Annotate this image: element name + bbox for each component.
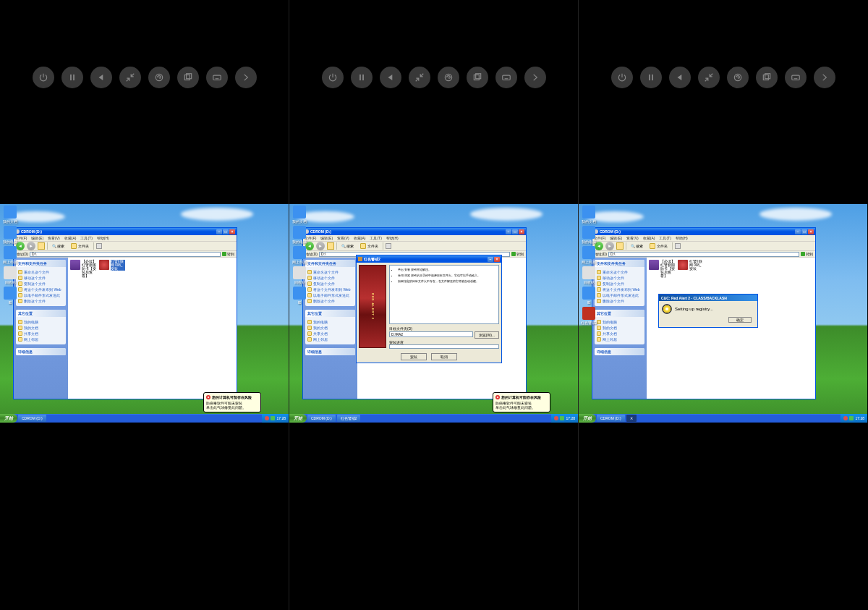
desktop-icon[interactable]: IE — [580, 287, 597, 305]
sidebar-task[interactable]: 复制这个文件 — [18, 281, 64, 287]
sidebar-task[interactable]: 以电子邮件形式发送此 — [18, 292, 64, 298]
menu-item[interactable]: 收藏(A) — [643, 236, 655, 240]
security-balloon[interactable]: 您的计算机可能存在风险 防病毒软件可能未安装 单击此气球修复此问题。 — [493, 392, 550, 412]
titlebar[interactable]: CDROM (D:) – □ × — [303, 228, 526, 235]
tray-icon[interactable] — [554, 416, 558, 420]
views-button[interactable] — [96, 243, 102, 249]
maximize-button[interactable]: □ — [512, 229, 518, 234]
search-button[interactable]: 🔍 搜索 — [629, 243, 645, 249]
desktop-icon[interactable]: 网上邻居 — [291, 246, 308, 264]
sidebar-place[interactable]: 网上邻居 — [307, 336, 353, 342]
sidebar-task[interactable]: 重命名这个文件 — [307, 269, 353, 275]
sidebar-task[interactable]: 复制这个文件 — [597, 281, 642, 287]
sidebar-task[interactable]: 移动这个文件 — [597, 275, 642, 281]
sidebar-task[interactable]: 重命名这个文件 — [18, 269, 64, 275]
titlebar[interactable]: CDROM (D:) – □ × — [592, 228, 815, 235]
sidebar-task[interactable]: 删除这个文件 — [18, 298, 64, 304]
taskbar-item[interactable]: CDROM (D:) — [18, 415, 46, 422]
minimize-button[interactable]: – — [506, 229, 511, 234]
file-item[interactable]: 【必读】红警新图防卡【安装后查看】 — [70, 260, 96, 278]
forward-button[interactable]: ► — [316, 242, 325, 250]
sidebar-place[interactable]: 我的文档 — [18, 325, 64, 331]
menu-item[interactable]: 查看(V) — [337, 236, 349, 240]
sidebar-place[interactable]: 我的文档 — [597, 325, 642, 331]
desktop[interactable]: CDROM (D:) – □ × 文件(F)编辑(E)查看(V)收藏(A)工具(… — [0, 204, 289, 423]
pause-button[interactable] — [61, 67, 83, 88]
sidebar-place[interactable]: 我的电脑 — [307, 319, 353, 325]
sidebar-task[interactable]: 将这个文件发布到 Web — [307, 287, 353, 292]
shrink-button[interactable] — [698, 67, 720, 88]
desktop-icon[interactable]: 我的电脑 — [1, 226, 19, 244]
sb-tasks-header[interactable]: 文件和文件夹任务 — [595, 260, 644, 267]
sb-details-header[interactable]: 详细信息 — [595, 348, 644, 355]
forward-button[interactable]: ► — [605, 242, 614, 250]
desktop-icon[interactable]: 我的电脑 — [580, 226, 597, 244]
maximize-button[interactable]: □ — [223, 229, 229, 234]
tray-icon[interactable] — [560, 416, 564, 420]
up-button[interactable] — [616, 242, 624, 250]
swirl-button[interactable] — [438, 67, 459, 88]
sb-details-header[interactable]: 详细信息 — [305, 348, 355, 355]
menu-item[interactable]: 帮助(H) — [97, 236, 109, 240]
sidebar-place[interactable]: 网上邻居 — [597, 336, 642, 342]
close-button[interactable]: × — [229, 229, 235, 234]
dialog-titlebar[interactable]: 红色警戒2 – × — [357, 255, 501, 263]
menu-item[interactable]: 工具(T) — [659, 236, 671, 240]
file-item[interactable]: 红警II联网 008_安装 — [678, 260, 704, 278]
keyboard-button[interactable] — [785, 67, 807, 88]
desktop-icon[interactable]: 红色警戒2 — [580, 307, 597, 325]
folders-button[interactable]: 文件夹 — [69, 242, 91, 250]
menu-item[interactable]: 帮助(H) — [676, 236, 688, 240]
clock[interactable]: 17:28 — [276, 416, 286, 420]
sidebar-task[interactable]: 将这个文件发布到 Web — [18, 287, 64, 292]
windowed-button[interactable] — [467, 67, 488, 88]
install-button[interactable]: 安装 — [401, 353, 427, 360]
windowed-button[interactable] — [177, 67, 199, 88]
cancel-button[interactable]: 取消 — [431, 353, 457, 360]
sidebar-place[interactable]: 网上邻居 — [18, 336, 64, 342]
forward-button[interactable]: ► — [27, 242, 35, 250]
sidebar-task[interactable]: 删除这个文件 — [597, 298, 642, 304]
views-button[interactable] — [386, 243, 391, 249]
power-button[interactable] — [611, 67, 633, 88]
menu-item[interactable]: 编辑(E) — [320, 236, 333, 240]
go-button[interactable]: 转到 — [511, 252, 524, 256]
close-button[interactable]: × — [519, 229, 524, 234]
sb-tasks-header[interactable]: 文件和文件夹任务 — [16, 260, 66, 267]
sb-tasks-header[interactable]: 文件和文件夹任务 — [305, 260, 355, 267]
power-button[interactable] — [322, 67, 344, 88]
desktop-icon[interactable]: 回收站 — [291, 266, 308, 284]
menu-item[interactable]: 工具(T) — [80, 236, 92, 240]
close-button[interactable]: × — [494, 257, 500, 262]
tray-icon[interactable] — [849, 416, 854, 420]
power-button[interactable] — [33, 67, 54, 88]
desktop-icon[interactable]: 我的文档 — [1, 206, 19, 224]
views-button[interactable] — [675, 243, 681, 249]
minimize-button[interactable]: – — [216, 229, 222, 234]
tray-icon[interactable] — [265, 416, 269, 420]
sb-other-header[interactable]: 其它位置 — [595, 310, 644, 317]
keyboard-button[interactable] — [495, 67, 517, 88]
start-button[interactable]: 开始 — [579, 414, 596, 423]
sidebar-task[interactable]: 将这个文件发布到 Web — [597, 287, 642, 292]
file-list[interactable]: 【必读】红警新图防卡【安装后查看】红警II联网 008_安装 — [647, 258, 815, 399]
back-button[interactable] — [380, 67, 401, 88]
desktop-icon[interactable]: 回收站 — [1, 266, 19, 284]
up-button[interactable] — [38, 242, 45, 250]
taskbar-item[interactable]: ✕ — [626, 415, 637, 422]
menu-item[interactable]: 查看(V) — [48, 236, 60, 240]
sidebar-place[interactable]: 共享文档 — [597, 331, 642, 336]
taskbar-item[interactable]: CDROM (D:) — [597, 415, 625, 422]
close-button[interactable]: × — [808, 229, 814, 234]
ok-button[interactable]: 确定 — [728, 317, 752, 323]
sidebar-task[interactable]: 重命名这个文件 — [597, 269, 642, 275]
browse-button[interactable]: 浏览(W)... — [475, 331, 499, 339]
pause-button[interactable] — [351, 67, 373, 88]
menu-item[interactable]: 查看(V) — [626, 236, 639, 240]
dest-input[interactable]: D:\RA2 — [389, 331, 473, 337]
sidebar-place[interactable]: 我的文档 — [307, 325, 353, 331]
desktop-icon[interactable]: IE — [291, 287, 308, 305]
sidebar-task[interactable]: 复制这个文件 — [307, 281, 353, 287]
shrink-button[interactable] — [409, 67, 430, 88]
pause-button[interactable] — [640, 67, 662, 88]
